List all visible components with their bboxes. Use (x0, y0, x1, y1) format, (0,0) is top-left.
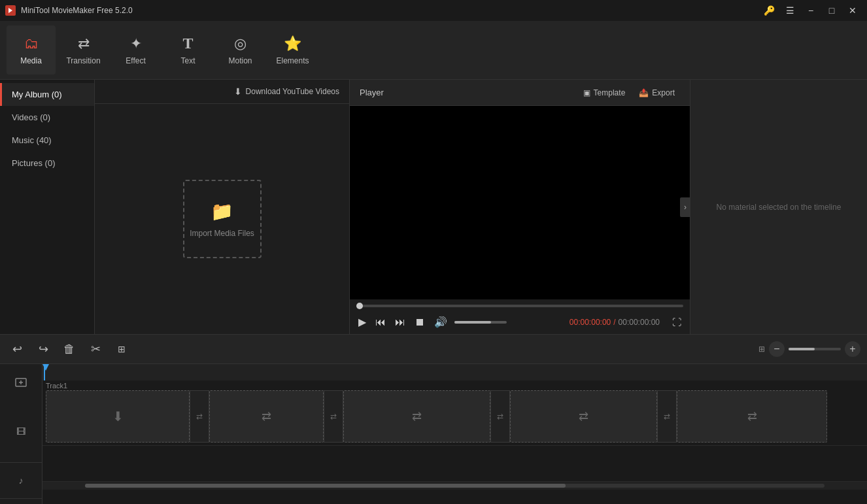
app-title: MiniTool MovieMaker Free 5.2.0 (21, 6, 133, 15)
transition3-icon: ⇄ (497, 412, 503, 421)
add-track-button[interactable] (8, 369, 34, 395)
clip5-swap-icon: ⇄ (747, 409, 757, 424)
skip-forward-button[interactable]: ⏭ (393, 314, 407, 330)
download-icon: ⬇ (234, 86, 242, 97)
time-separator: / (613, 318, 615, 327)
zoom-shrink-icon: ⊞ (758, 344, 765, 354)
toolbar-label-effect: Effect (126, 56, 145, 65)
right-panel: No material selected on the timeline (690, 80, 867, 334)
track-clip-4[interactable]: ⇄ (510, 390, 657, 443)
timeline-area: ↩ ↪ 🗑 ✂ ⊞ ⊞ − + 🎞 (0, 334, 867, 504)
clip4-swap-icon: ⇄ (579, 409, 588, 424)
track-clip-3[interactable]: ⇄ (343, 390, 490, 443)
toolbar-label-media: Media (20, 56, 42, 65)
volume-slider[interactable] (454, 321, 507, 324)
export-button[interactable]: 📤 Export (634, 86, 680, 100)
toolbar-item-transition[interactable]: ⇄ Transition (59, 25, 108, 75)
player-title: Player (360, 88, 384, 97)
progress-bar[interactable] (356, 305, 683, 307)
title-bar: MiniTool MovieMaker Free 5.2.0 🔑 ☰ − □ ✕ (0, 0, 867, 21)
transition4-icon: ⇄ (664, 412, 670, 421)
track-label-area: 🎞 ♪ (0, 401, 42, 504)
zoom-plus-button[interactable]: + (845, 341, 860, 357)
track1-label: Track1 (46, 382, 67, 390)
import-area: 📁 Import Media Files (95, 104, 349, 334)
sidebar-item-videos[interactable]: Videos (0) (0, 106, 94, 129)
zoom-minus-button[interactable]: − (769, 341, 785, 357)
delete-button[interactable]: 🗑 (59, 339, 80, 360)
folder-icon: 📁 (211, 201, 233, 222)
timeline-tracks: Track1 ⬇ ⇄ ⇄ ⇄ ⇄ (42, 364, 867, 504)
key-button[interactable]: 🔑 (760, 4, 778, 17)
close-button[interactable]: ✕ (843, 4, 862, 17)
toolbar-label-motion: Motion (228, 56, 252, 65)
maximize-button[interactable]: □ (823, 4, 841, 17)
media-icon: 🗂 (24, 35, 39, 52)
redo-button[interactable]: ↪ (33, 339, 54, 360)
track-transition-3[interactable]: ⇄ (490, 390, 510, 443)
svg-marker-0 (8, 8, 12, 13)
menu-button[interactable]: ☰ (781, 4, 799, 17)
toolbar-item-text[interactable]: T Text (163, 25, 212, 75)
fullscreen-button[interactable]: ⛶ (670, 315, 683, 329)
track-transition-1[interactable]: ⇄ (190, 390, 209, 443)
player-panel: Player ▣ Template 📤 Export (350, 80, 690, 334)
toolbar-item-effect[interactable]: ✦ Effect (111, 25, 160, 75)
progress-handle[interactable] (356, 303, 363, 309)
player-progress[interactable] (350, 299, 690, 310)
transition-icon: ⇄ (78, 35, 90, 52)
minimize-button[interactable]: − (802, 4, 820, 17)
template-button[interactable]: ▣ Template (578, 86, 631, 100)
total-time: 00:00:00:00 (619, 318, 660, 327)
skip-back-button[interactable]: ⏮ (373, 314, 388, 330)
sidebar-item-music[interactable]: Music (40) (0, 129, 94, 152)
current-time: 00:00:00:00 (570, 318, 611, 327)
transition1-icon: ⇄ (196, 412, 203, 421)
play-button[interactable]: ▶ (356, 314, 368, 330)
zoom-bar[interactable] (789, 348, 841, 350)
toolbar-label-text: Text (180, 56, 195, 65)
motion-icon: ◎ (234, 35, 246, 52)
track2-row (42, 446, 867, 482)
toolbar-item-motion[interactable]: ◎ Motion (216, 25, 265, 75)
elements-icon: ⭐ (284, 35, 301, 52)
sidebar: My Album (0) Videos (0) Music (40) Pictu… (0, 80, 95, 334)
left-panel: My Album (0) Videos (0) Music (40) Pictu… (0, 80, 350, 334)
scrollbar-area (42, 482, 867, 490)
track-clip-5[interactable]: ⇄ (677, 390, 827, 443)
sidebar-item-my-album[interactable]: My Album (0) (0, 83, 94, 106)
scrollbar-thumb[interactable] (85, 484, 566, 488)
app-logo (5, 5, 16, 16)
toolbar-item-elements[interactable]: ⭐ Elements (268, 25, 317, 75)
track-clip-2[interactable]: ⇄ (209, 390, 324, 443)
volume-button[interactable]: 🔊 (432, 314, 449, 330)
horizontal-scrollbar[interactable] (85, 484, 824, 488)
player-wrapper: Player ▣ Template 📤 Export (350, 80, 867, 334)
import-media-box[interactable]: 📁 Import Media Files (183, 180, 262, 258)
effect-icon: ✦ (130, 35, 142, 52)
media-header: ⬇ Download YouTube Videos (95, 80, 349, 104)
template-icon: ▣ (583, 88, 590, 97)
title-bar-left: MiniTool MovieMaker Free 5.2.0 (5, 5, 133, 16)
track-transition-4[interactable]: ⇄ (657, 390, 677, 443)
main-content: My Album (0) Videos (0) Music (40) Pictu… (0, 80, 867, 334)
undo-button[interactable]: ↩ (7, 339, 27, 360)
crop-button[interactable]: ⊞ (111, 339, 132, 360)
track1-header: 🎞 (0, 401, 42, 463)
toolbar-item-media[interactable]: 🗂 Media (7, 25, 56, 75)
track-film-icon[interactable]: 🎞 (12, 422, 30, 441)
cut-button[interactable]: ✂ (85, 339, 106, 360)
track-music-icon[interactable]: ♪ (12, 471, 30, 490)
stop-button[interactable]: ⏹ (413, 314, 427, 330)
track-clip-1[interactable]: ⬇ (46, 390, 190, 443)
timeline-track-labels: 🎞 ♪ (0, 364, 42, 504)
track-transition-2[interactable]: ⇄ (324, 390, 343, 443)
export-icon: 📤 (639, 88, 649, 97)
player-controls: ▶ ⏮ ⏭ ⏹ 🔊 00:00:00:00 / 00:00:00:00 ⛶ (350, 310, 690, 334)
sidebar-item-pictures[interactable]: Pictures (0) (0, 152, 94, 175)
toolbar-label-elements: Elements (276, 56, 309, 65)
timeline-toolbar: ↩ ↪ 🗑 ✂ ⊞ ⊞ − + (0, 335, 867, 364)
no-material-message: No material selected on the timeline (690, 80, 867, 334)
download-youtube-button[interactable]: ⬇ Download YouTube Videos (234, 86, 339, 97)
collapse-panel-button[interactable]: › (680, 197, 690, 217)
